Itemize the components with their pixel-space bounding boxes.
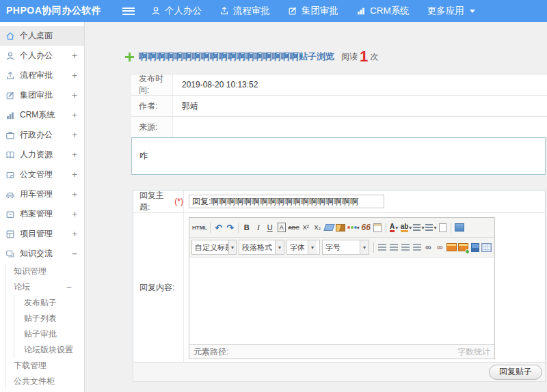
sidebar-item-post-create[interactable]: 发布贴子 <box>14 295 84 311</box>
chevron-down-icon: ▾ <box>360 240 369 254</box>
menu-toggle-icon[interactable] <box>122 8 135 15</box>
custom-heading-select[interactable]: 自定义标题▾ <box>191 240 237 255</box>
ordered-list-button[interactable]: ▾ <box>412 221 425 234</box>
nav-workflow-approval[interactable]: 流程审批 <box>219 5 270 17</box>
font-color-button[interactable]: A▾ <box>388 221 400 234</box>
remove-link-button[interactable]: ∞ <box>434 241 446 253</box>
sidebar-item-public-file-cabinet[interactable]: 公共文件柜 <box>5 374 84 389</box>
italic-button[interactable]: I <box>252 221 264 234</box>
toolbar-separator <box>210 223 211 233</box>
superscript-button[interactable]: X² <box>300 221 312 234</box>
expand-icon[interactable]: + <box>72 130 77 140</box>
align-left-button[interactable] <box>376 241 388 253</box>
expand-icon[interactable]: + <box>72 189 77 199</box>
subscript-button[interactable]: X₂ <box>312 221 323 234</box>
html-source-button[interactable]: HTML <box>191 221 208 234</box>
sidebar-item-label: 论坛 <box>14 281 66 293</box>
paragraph-format-select[interactable]: 段落格式▾ <box>239 240 284 255</box>
chevron-down-icon: ▾ <box>308 240 317 254</box>
undo-button[interactable]: ↶ <box>213 221 224 234</box>
expand-icon[interactable]: + <box>72 169 77 180</box>
sidebar-item-knowledge-mgmt[interactable]: 知识管理 <box>5 264 84 279</box>
reply-submit-button[interactable]: 回复贴子 <box>489 365 542 380</box>
sidebar-item-forum-board-settings[interactable]: 论坛版块设置 <box>14 342 84 358</box>
sidebar-item-project-mgmt[interactable]: 项目管理 + <box>0 224 84 244</box>
clipboard-icon <box>373 223 382 232</box>
insert-link-button[interactable]: ∞ <box>423 241 434 253</box>
redo-button[interactable]: ↷ <box>224 221 236 234</box>
sidebar-item-human-resources[interactable]: 人力资源 + <box>0 145 84 165</box>
strikethrough-button[interactable]: ABC <box>287 221 299 234</box>
format-brush-button[interactable] <box>335 221 347 234</box>
chevron-down-icon: ▾ <box>433 225 436 231</box>
sidebar-item-document-mgmt[interactable]: 公文管理 + <box>0 165 84 184</box>
color-palette-button[interactable]: ▾ <box>347 221 360 234</box>
collapse-icon[interactable]: − <box>72 249 77 259</box>
expand-icon[interactable]: + <box>72 51 77 61</box>
align-center-button[interactable] <box>388 241 399 253</box>
app-brand: PHPOA协同办公软件 <box>0 5 116 17</box>
align-right-button[interactable] <box>399 241 411 253</box>
expand-icon[interactable]: + <box>72 110 77 120</box>
font-family-select[interactable]: 字体▾ <box>286 240 320 255</box>
collapse-icon[interactable]: − <box>66 282 72 292</box>
author-label: 作者: <box>131 96 173 116</box>
sidebar-item-label: 论坛版块设置 <box>24 344 84 356</box>
unordered-list-button[interactable]: ▾ <box>425 221 437 234</box>
nav-group-approval[interactable]: 集团审批 <box>288 5 338 17</box>
underline-button[interactable]: U <box>264 221 276 234</box>
sidebar-item-personal-desktop[interactable]: 个人桌面 <box>0 26 84 46</box>
highlight-icon: ab <box>401 223 409 232</box>
sidebar-item-vehicle-mgmt[interactable]: 用车管理 + <box>0 184 84 204</box>
table-row: 发布时间: 2019-08-20 10:13:52 <box>131 74 547 96</box>
bold-button[interactable]: B <box>241 221 252 234</box>
expand-icon[interactable]: + <box>72 70 77 81</box>
align-justify-button[interactable] <box>411 241 423 253</box>
sidebar-item-crm-system[interactable]: CRM系统 + <box>0 105 84 125</box>
sidebar-item-admin-office[interactable]: 行政办公 + <box>0 125 84 145</box>
toolbar-separator <box>373 242 374 253</box>
sidebar-item-archive-mgmt[interactable]: 档案管理 + <box>0 204 84 224</box>
sidebar-item-forum[interactable]: 论坛 − <box>5 279 84 295</box>
expand-icon[interactable]: + <box>72 90 77 100</box>
paste-button[interactable] <box>372 221 384 234</box>
chevron-down-icon: ▾ <box>228 240 236 254</box>
reply-subject-row: 回复主题: (*) <box>133 191 545 213</box>
reply-content-label-cell: 回复内容: <box>133 213 184 362</box>
sidebar-item-knowledge-exchange[interactable]: 知识交流 − <box>0 244 84 264</box>
eraser-button[interactable] <box>323 221 335 234</box>
nav-more-apps[interactable]: 更多应用 <box>427 5 475 17</box>
sidebar-item-post-list[interactable]: 贴子列表 <box>14 311 84 326</box>
unordered-list-icon <box>425 224 433 231</box>
upload-image-button[interactable] <box>457 241 469 253</box>
new-document-button[interactable] <box>437 221 449 234</box>
insert-table-button[interactable] <box>481 241 492 253</box>
nav-label: 流程审批 <box>233 5 270 17</box>
edit-icon <box>288 6 297 16</box>
ordered-list-icon <box>413 224 421 231</box>
nav-personal-office[interactable]: 个人办公 <box>151 5 202 17</box>
insert-media-button[interactable] <box>469 241 481 253</box>
sidebar-item-workflow-approval[interactable]: 流程审批 + <box>0 66 84 85</box>
expand-icon[interactable]: + <box>72 229 77 239</box>
sidebar-item-personal-office[interactable]: 个人办公 + <box>0 46 84 66</box>
sidebar-item-download-mgmt[interactable]: 下载管理 <box>5 358 84 374</box>
nav-crm-system[interactable]: CRM系统 <box>356 5 410 17</box>
expand-icon[interactable]: + <box>72 150 77 160</box>
editor-content-area[interactable] <box>189 257 494 344</box>
author-value: 郭靖 <box>173 96 547 116</box>
select-label: 字号 <box>323 242 360 253</box>
font-border-button[interactable]: A <box>278 223 286 232</box>
expand-icon[interactable]: + <box>72 209 77 219</box>
sidebar-item-post-approval[interactable]: 贴子审批 <box>14 326 84 342</box>
blockquote-button[interactable]: 66 <box>360 221 372 234</box>
sidebar-item-group-approval[interactable]: 集团审批 + <box>0 85 84 105</box>
reply-subject-input[interactable] <box>189 195 384 208</box>
highlight-color-button[interactable]: ab▾ <box>400 221 413 234</box>
word-count-label[interactable]: 字数统计 <box>457 346 490 358</box>
source-value <box>173 117 547 137</box>
font-size-select[interactable]: 字号▾ <box>322 240 369 255</box>
fullscreen-button[interactable] <box>453 221 465 234</box>
insert-image-button[interactable] <box>446 241 457 253</box>
nav-label: 个人办公 <box>165 5 202 17</box>
